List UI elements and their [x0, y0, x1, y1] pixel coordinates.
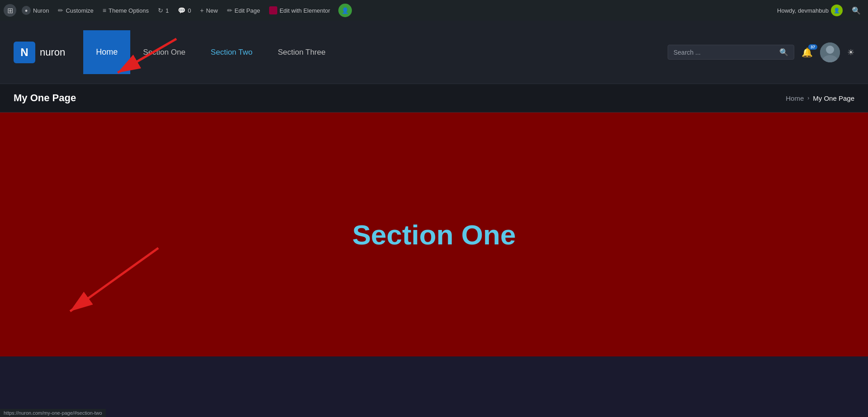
customize-icon: ✏: [58, 7, 63, 14]
svg-line-6: [70, 248, 158, 311]
nav-section-two[interactable]: Section Two: [198, 21, 265, 84]
edit-page-icon: ✏: [227, 7, 232, 14]
wp-logo-icon[interactable]: ⊞: [4, 4, 16, 17]
notification-count: 37: [808, 44, 817, 50]
admin-search-icon: 🔍: [852, 6, 861, 15]
site-header: N nuron Home Section One Section Two Sec…: [0, 21, 868, 84]
admin-bar-howdy[interactable]: Howdy, devmahbub 👤: [773, 0, 846, 21]
admin-bar-avatar-green[interactable]: 👤: [336, 0, 355, 21]
admin-bar-elementor[interactable]: Edit with Elementor: [266, 0, 334, 21]
site-logo-box: N: [14, 42, 35, 63]
breadcrumb-separator: ›: [807, 95, 809, 101]
admin-bar-theme-options[interactable]: ≡ Theme Options: [99, 0, 152, 21]
svg-point-1: [826, 46, 834, 54]
page-title: My One Page: [14, 92, 76, 104]
admin-bar-updates[interactable]: ↻ 1: [154, 0, 172, 21]
breadcrumb: Home › My One Page: [786, 94, 854, 102]
admin-bar-site-label: Nuron: [33, 7, 49, 14]
admin-bar: ⊞ ● Nuron ✏ Customize ≡ Theme Options ↻ …: [0, 0, 868, 21]
section-one-title: Section One: [352, 219, 516, 251]
nav-home-button[interactable]: Home: [83, 30, 130, 74]
elementor-icon: [269, 6, 277, 14]
page-title-bar: My One Page Home › My One Page: [0, 84, 868, 112]
search-input[interactable]: [674, 49, 776, 56]
site-nav: Home Section One Section Two Section Thr…: [83, 21, 668, 84]
admin-bar-new[interactable]: + New: [196, 0, 221, 21]
admin-bar-site[interactable]: ● Nuron: [18, 0, 52, 21]
admin-bar-edit-page[interactable]: ✏ Edit Page: [223, 0, 264, 21]
site-name: nuron: [40, 47, 65, 58]
user-avatar[interactable]: [820, 42, 840, 62]
site-logo-wrap[interactable]: N nuron: [14, 42, 65, 63]
site-icon: ●: [22, 6, 31, 15]
breadcrumb-home-link[interactable]: Home: [786, 94, 804, 102]
logo-letter: N: [20, 46, 28, 59]
header-right: 🔍 🔔 37 ☀: [668, 42, 854, 62]
new-icon: +: [200, 7, 204, 14]
admin-profile-avatar: 👤: [338, 4, 352, 17]
admin-avatar: 👤: [831, 5, 843, 16]
comments-icon: 💬: [178, 7, 185, 14]
admin-bar-customize[interactable]: ✏ Customize: [54, 0, 97, 21]
nav-section-three[interactable]: Section Three: [265, 21, 338, 84]
breadcrumb-current-page: My One Page: [813, 94, 854, 102]
nav-section-one[interactable]: Section One: [130, 21, 198, 84]
search-box[interactable]: 🔍: [668, 45, 794, 60]
search-icon[interactable]: 🔍: [779, 48, 788, 56]
theme-options-icon: ≡: [103, 7, 106, 14]
section-one-hero: Section One: [0, 112, 868, 356]
updates-icon: ↻: [158, 7, 163, 14]
admin-bar-right: Howdy, devmahbub 👤 🔍: [773, 0, 864, 21]
admin-bar-search[interactable]: 🔍: [848, 0, 864, 21]
admin-bar-comments[interactable]: 💬 0: [174, 0, 194, 21]
notifications-button[interactable]: 🔔 37: [802, 47, 813, 58]
theme-toggle-button[interactable]: ☀: [847, 47, 854, 57]
